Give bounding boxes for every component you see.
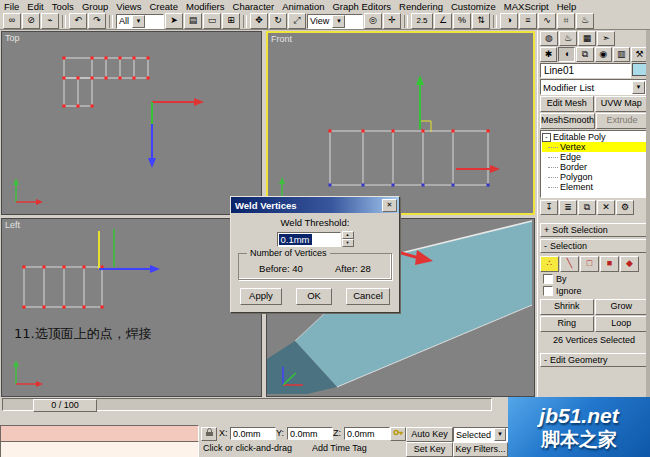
undo-icon[interactable]: ↶	[69, 13, 87, 29]
tab-motion-icon[interactable]: ◉	[595, 47, 612, 62]
z-coordinate-field[interactable]	[344, 427, 390, 440]
weld-threshold-input[interactable]: 0.1mm	[277, 232, 341, 247]
polygon-icon[interactable]: ■	[600, 256, 619, 272]
coord-system-dropdown[interactable]: View ▼	[307, 14, 363, 29]
region-select-icon[interactable]: ▭	[203, 13, 221, 29]
time-slider-track[interactable]: 0 / 100	[2, 398, 492, 411]
lock-selection-icon[interactable]	[201, 427, 217, 441]
remove-modifier-icon[interactable]: ✕	[597, 200, 615, 215]
menu-maxscript[interactable]: MAXScript	[500, 0, 553, 13]
pin-stack-icon[interactable]: ↧	[540, 200, 558, 215]
spinner-down-icon[interactable]: ▼	[342, 239, 354, 247]
tab-modify-icon[interactable]: ◖	[558, 47, 575, 62]
collapse-icon[interactable]: -	[542, 133, 551, 142]
menu-character[interactable]: Character	[229, 0, 279, 13]
window-crossing-icon[interactable]: ⊞	[222, 13, 240, 29]
select-move-icon[interactable]: ✥	[250, 13, 268, 29]
rollout-selection[interactable]: - Selection	[540, 239, 648, 253]
cancel-button[interactable]: Cancel	[346, 288, 390, 305]
menu-views[interactable]: Views	[112, 0, 145, 13]
ok-button[interactable]: OK	[296, 288, 332, 305]
stack-item-root[interactable]: - Editable Poly	[542, 132, 646, 142]
stack-item-border[interactable]: Border	[542, 162, 646, 172]
chevron-down-icon[interactable]: ▼	[494, 428, 506, 441]
modifier-list-dropdown[interactable]: Modifier List ▼	[540, 79, 648, 95]
viewport-left[interactable]: Left 11.选顶面上的点，焊接	[1, 218, 262, 397]
use-center-icon[interactable]: ◎	[364, 13, 382, 29]
extrude-button[interactable]: Extrude	[596, 113, 648, 129]
time-slider-handle[interactable]: 0 / 100	[33, 399, 97, 412]
make-unique-icon[interactable]: ⧉	[578, 200, 596, 215]
configure-icon[interactable]: ⚙	[616, 200, 634, 215]
render-type-icon[interactable]: ▦	[578, 31, 596, 46]
border-icon[interactable]: □	[580, 256, 599, 272]
viewport-top[interactable]: Top	[1, 31, 262, 215]
menu-modifiers[interactable]: Modifiers	[182, 0, 229, 13]
render-scene-icon[interactable]: ♨	[559, 31, 577, 46]
selection-filter-dropdown[interactable]: All ▼	[116, 14, 164, 29]
render-scene-icon[interactable]: ♨	[576, 13, 594, 29]
snap-toggle-icon[interactable]: 2.5	[411, 13, 433, 29]
tab-hierarchy-icon[interactable]: ⧉	[576, 47, 593, 62]
menu-customize[interactable]: Customize	[447, 0, 500, 13]
curve-editor-icon[interactable]: ∿	[538, 13, 556, 29]
mirror-icon[interactable]: ◑	[500, 13, 518, 29]
stack-item-edge[interactable]: Edge	[542, 152, 646, 162]
tab-create-icon[interactable]: ✱	[540, 47, 557, 62]
redo-icon[interactable]: ↷	[88, 13, 106, 29]
angle-snap-icon[interactable]: ∠	[434, 13, 452, 29]
bind-spacewarp-icon[interactable]: ⌁	[41, 13, 59, 29]
key-selection-dropdown[interactable]: Selected ▼	[453, 427, 509, 442]
tab-display-icon[interactable]: ▥	[613, 47, 630, 62]
spinner-up-icon[interactable]: ▲	[342, 231, 354, 239]
show-end-result-icon[interactable]: ≣	[559, 200, 577, 215]
maxscript-listener-output[interactable]	[0, 441, 199, 457]
ignore-backfacing-checkbox[interactable]	[543, 286, 553, 296]
set-key-button[interactable]: Set Key	[406, 442, 453, 457]
edit-mesh-button[interactable]: Edit Mesh	[540, 96, 594, 112]
panel-scrollbar[interactable]	[646, 30, 650, 397]
loop-button[interactable]: Loop	[595, 316, 649, 332]
menu-file[interactable]: File	[0, 0, 23, 13]
chevron-down-icon[interactable]: ▼	[632, 81, 645, 94]
align-icon[interactable]: ≡	[519, 13, 537, 29]
close-icon[interactable]: ✕	[382, 199, 397, 212]
schematic-view-icon[interactable]: ⌗	[557, 13, 575, 29]
chevron-down-icon[interactable]: ▼	[132, 15, 145, 28]
add-time-tag[interactable]: Add Time Tag	[312, 443, 367, 453]
stack-item-vertex[interactable]: Vertex	[542, 142, 646, 152]
quick-render-icon[interactable]: ➣	[597, 31, 615, 46]
select-rotate-icon[interactable]: ↻	[269, 13, 287, 29]
select-object-icon[interactable]: ➤	[165, 13, 183, 29]
unlink-icon[interactable]: ⊘	[22, 13, 40, 29]
rollout-edit-geometry[interactable]: - Edit Geometry	[540, 353, 648, 367]
link-icon[interactable]: ∞	[3, 13, 21, 29]
menu-graph-editors[interactable]: Graph Editors	[328, 0, 395, 13]
menu-rendering[interactable]: Rendering	[395, 0, 447, 13]
y-coordinate-field[interactable]	[287, 427, 333, 440]
auto-key-button[interactable]: Auto Key	[406, 427, 453, 442]
stack-item-polygon[interactable]: Polygon	[542, 172, 646, 182]
manipulate-icon[interactable]: ✛	[383, 13, 401, 29]
menu-group[interactable]: Group	[78, 0, 112, 13]
x-coordinate-field[interactable]	[230, 427, 276, 440]
menu-tools[interactable]: Tools	[48, 0, 78, 13]
by-vertex-checkbox[interactable]	[543, 274, 553, 284]
rollout-soft-selection[interactable]: + Soft Selection	[540, 223, 648, 237]
menu-edit[interactable]: Edit	[23, 0, 47, 13]
chevron-down-icon[interactable]: ▼	[332, 15, 345, 28]
grow-button[interactable]: Grow	[595, 299, 649, 315]
meshsmooth-button[interactable]: MeshSmooth	[540, 113, 595, 129]
percent-snap-icon[interactable]: %	[453, 13, 471, 29]
element-icon[interactable]: ◆	[620, 256, 639, 272]
ring-button[interactable]: Ring	[540, 316, 594, 332]
spinner-snap-icon[interactable]: ⇅	[472, 13, 490, 29]
shrink-button[interactable]: Shrink	[540, 299, 594, 315]
menu-help[interactable]: Help	[553, 0, 581, 13]
uvw-map-button[interactable]: UVW Map	[595, 96, 649, 112]
set-key-mode-icon[interactable]	[390, 427, 406, 441]
vertex-icon[interactable]: ∴	[540, 256, 559, 272]
select-by-name-icon[interactable]: ▤	[184, 13, 202, 29]
menu-create[interactable]: Create	[145, 0, 182, 13]
material-editor-icon[interactable]: ◍	[540, 31, 558, 46]
